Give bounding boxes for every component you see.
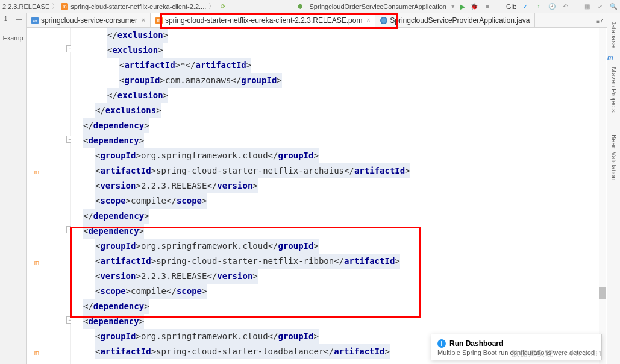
tool-indices: 1— bbox=[0, 16, 26, 22]
right-tool-rail: Database m Maven Projects Bean Validatio… bbox=[607, 13, 620, 364]
tab-options-icon[interactable]: ≡7 bbox=[593, 16, 606, 26]
tool-window-examples[interactable]: Examp bbox=[0, 34, 26, 42]
expand-icon[interactable]: ⤢ bbox=[596, 2, 604, 11]
tool-window-bean-validation[interactable]: Bean Validation bbox=[610, 131, 618, 180]
maven-gutter-icon[interactable]: m bbox=[33, 348, 41, 357]
editor-gutter bbox=[27, 28, 71, 364]
maven-gutter-icon[interactable]: m bbox=[33, 258, 41, 266]
tab-eureka-pom[interactable]: m spring-cloud-starter-netflix-eureka-cl… bbox=[151, 13, 375, 27]
tab-provider-app[interactable]: SpringcloudServiceProviderApplication.ja… bbox=[375, 13, 535, 27]
maven-icon: m bbox=[31, 17, 39, 24]
vcs-revert-icon[interactable]: ↶ bbox=[561, 2, 569, 11]
notification-title: Run Dashboard bbox=[449, 339, 503, 348]
vcs-update-icon[interactable]: ✓ bbox=[521, 2, 530, 11]
run-config-icon: ⬢ bbox=[296, 2, 304, 11]
vcs-commit-icon[interactable]: ↑ bbox=[534, 2, 543, 11]
sync-icon[interactable]: ⟳ bbox=[219, 2, 227, 11]
stop-button[interactable]: ■ bbox=[483, 2, 492, 11]
vcs-history-icon[interactable]: 🕘 bbox=[548, 2, 556, 11]
close-icon[interactable]: × bbox=[366, 17, 370, 24]
search-icon[interactable]: 🔍 bbox=[609, 2, 618, 11]
watermark-text: 数据库实现1014427391 bbox=[512, 348, 603, 359]
git-label: Git: bbox=[506, 3, 516, 10]
file-type-icon: m bbox=[61, 3, 68, 10]
tab-label: springcloud-service-consumer bbox=[41, 16, 137, 25]
tool-window-database[interactable]: Database bbox=[610, 16, 618, 48]
tab-consumer[interactable]: m springcloud-service-consumer × bbox=[27, 13, 151, 27]
structure-icon[interactable]: ▦ bbox=[583, 2, 591, 11]
top-toolbar: 2.2.3.RELEASE 〉 m spring-cloud-starter-n… bbox=[0, 0, 620, 13]
run-button[interactable]: ▶ bbox=[460, 2, 465, 11]
breadcrumb-segment[interactable]: spring-cloud-starter-netflix-eureka-clie… bbox=[70, 3, 206, 10]
left-tool-strip: 1— Examp bbox=[0, 13, 27, 364]
run-config-dropdown[interactable]: SpringcloudOrderServiceConsumerApplicati… bbox=[309, 3, 446, 10]
separator-icon: 〉 bbox=[208, 2, 215, 11]
breadcrumb[interactable]: 2.2.3.RELEASE 〉 m spring-cloud-starter-n… bbox=[2, 2, 215, 11]
tab-label: spring-cloud-starter-netflix-eureka-clie… bbox=[165, 16, 362, 25]
code-editor[interactable]: </exclusion> <exclusion> <artifactId>*</… bbox=[71, 28, 607, 364]
info-icon: i bbox=[437, 339, 446, 348]
scrollbar-thumb[interactable] bbox=[599, 287, 606, 299]
separator-icon: 〉 bbox=[52, 2, 58, 11]
pom-icon: m bbox=[155, 17, 163, 24]
debug-button[interactable]: 🐞 bbox=[470, 2, 478, 11]
java-class-icon bbox=[380, 17, 387, 24]
maven-gutter-icon[interactable]: m bbox=[33, 168, 41, 176]
error-stripe[interactable] bbox=[599, 28, 606, 364]
breadcrumb-segment[interactable]: 2.2.3.RELEASE bbox=[2, 3, 49, 10]
maven-icon: m bbox=[607, 50, 620, 61]
tool-window-maven[interactable]: Maven Projects bbox=[610, 63, 618, 113]
close-icon[interactable]: × bbox=[142, 17, 145, 24]
tab-label: SpringcloudServiceProviderApplication.ja… bbox=[390, 16, 530, 25]
chevron-down-icon[interactable]: ▾ bbox=[451, 2, 455, 10]
editor-tabs: m springcloud-service-consumer × m sprin… bbox=[0, 13, 620, 28]
